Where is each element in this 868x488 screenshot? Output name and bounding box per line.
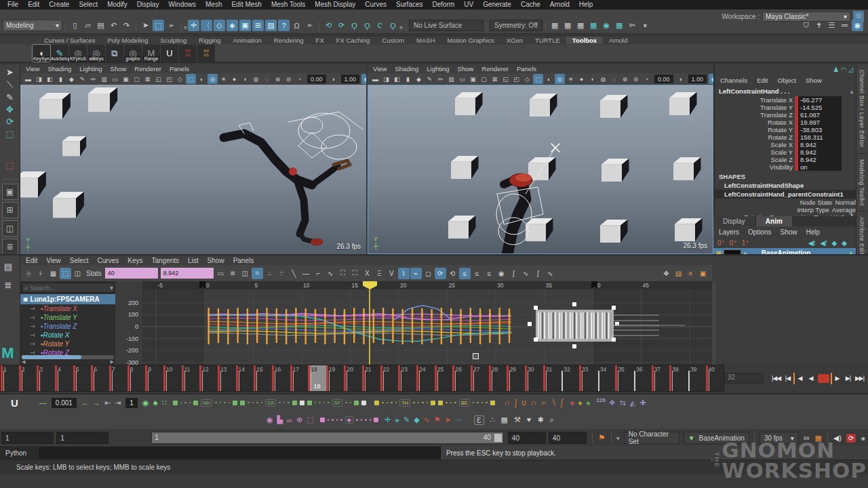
graph-time-ruler[interactable]: -5051015202530354045	[142, 281, 712, 289]
shape-node[interactable]: LeftConstraintHandShape	[715, 181, 856, 190]
vp1-view[interactable]: 26.3 fpsY┼	[20, 85, 366, 254]
insert-keys-icon[interactable]: ⊦	[35, 268, 47, 279]
menu-create[interactable]: Create	[44, 0, 74, 9]
frame-39[interactable]: 39	[688, 365, 706, 391]
slider-dot[interactable]	[486, 402, 488, 404]
layer-menu-layers[interactable]: Layers	[719, 228, 739, 236]
time-snap-icon[interactable]: ⌁	[410, 268, 422, 279]
tree-red-icon[interactable]: ♠	[570, 399, 574, 407]
menu-generate[interactable]: Generate	[478, 0, 516, 9]
menu-mesh-tools[interactable]: Mesh Tools	[267, 0, 310, 9]
menu-display[interactable]: Display	[132, 0, 164, 9]
run-up-icon[interactable]: ⚹	[861, 434, 865, 443]
curve-shape-icon[interactable]: ʊ	[521, 398, 526, 407]
shelf-tab-xgen[interactable]: XGen	[500, 37, 529, 44]
frame-5[interactable]: 5	[73, 365, 92, 391]
graph-camera-icon[interactable]: ▣	[697, 268, 709, 279]
frame-30[interactable]: 30	[525, 365, 543, 391]
shadows-icon[interactable]: ☀	[218, 74, 229, 84]
value-snap-icon[interactable]: ◻	[422, 268, 434, 279]
workspace-dropdown[interactable]: Maya Classic* ▾	[762, 12, 850, 22]
channelbox-menu-object[interactable]: Object	[778, 77, 796, 84]
frame-33[interactable]: 33	[579, 365, 597, 391]
slider-key-square-white[interactable]	[361, 401, 366, 405]
dots-arrow-icon[interactable]: ➤	[445, 415, 451, 424]
playback-end-field[interactable]: 32	[724, 373, 764, 384]
tree-root-item[interactable]: ▣ Luna1p:FPSCAMERA	[20, 294, 115, 304]
frame-29[interactable]: 29	[507, 365, 525, 391]
go-to-playback-end-button[interactable]: ▶▶|	[854, 373, 865, 384]
slider-dot[interactable]	[350, 402, 352, 404]
slider-dot[interactable]	[328, 419, 330, 421]
channel-mute-icon[interactable]: ⊣	[30, 323, 41, 329]
graph-menu-select[interactable]: Select	[70, 257, 89, 264]
stats-value-field[interactable]: 8.942	[161, 268, 214, 279]
frame-all-icon[interactable]: ▭	[215, 268, 226, 279]
search-tool-icon[interactable]: ⌕	[550, 415, 554, 425]
bookmark-icon[interactable]: ◨	[381, 74, 391, 84]
graph-menu-keys[interactable]: Keys	[127, 257, 142, 264]
save-scene-icon[interactable]: ▤	[95, 20, 106, 31]
step-forward-frame-button[interactable]: ▶|	[842, 373, 854, 384]
select-object-icon[interactable]: ➢	[165, 20, 177, 31]
slider-dot[interactable]	[395, 402, 397, 404]
curve-shape-icon[interactable]: ∖	[551, 398, 556, 407]
pick-icon[interactable]: ✏	[435, 74, 446, 84]
post-infinity-cycle-icon[interactable]: ⟲	[447, 268, 458, 279]
menu-file[interactable]: File	[3, 0, 23, 9]
undo-icon[interactable]: ↶	[108, 20, 119, 31]
curve-shape-icon[interactable]: ⌐	[541, 398, 546, 407]
fps-dropdown[interactable]: 30 fps ▾	[760, 432, 799, 444]
history-c-icon[interactable]: Ϙ	[387, 20, 399, 31]
channel-value[interactable]: 158.311	[798, 134, 842, 141]
lock-selection-icon[interactable]: Ω	[291, 20, 302, 31]
channelbox-menu-show[interactable]: Show	[806, 77, 822, 84]
slider-key-square[interactable]	[240, 401, 245, 405]
scale-tool-icon[interactable]: ⬚	[2, 129, 18, 139]
menu-curves[interactable]: Curves	[360, 0, 391, 9]
go-to-playback-start-button[interactable]: |◀◀	[770, 373, 782, 384]
wireframe-icon[interactable]: ◇	[522, 74, 532, 84]
lock-tangent-weight-icon[interactable]: ⌇	[398, 268, 410, 279]
layer-menu-show[interactable]: Show	[780, 228, 797, 236]
slider-label[interactable]: ◉	[345, 416, 354, 424]
menu-mesh[interactable]: Mesh	[201, 0, 226, 9]
menu-edit-mesh[interactable]: Edit Mesh	[226, 0, 266, 9]
frame-9[interactable]: 9	[145, 365, 163, 391]
channelbox-display-icons[interactable]: ♟ ◠ ◿	[715, 64, 856, 75]
layer-menu-help[interactable]: Help	[806, 228, 821, 236]
film-gate-icon[interactable]: ▭	[457, 74, 467, 84]
panel-menu-show[interactable]: Show	[458, 65, 474, 73]
chevron-down-icon[interactable]: ▾	[616, 434, 620, 442]
snap-mesh-icon[interactable]: ▨	[265, 20, 277, 31]
graph-menu-show[interactable]: Show	[208, 257, 224, 264]
film-gate-icon[interactable]: ▭	[110, 74, 120, 84]
textured-icon[interactable]: ◐	[197, 74, 207, 84]
slider-label[interactable]: SA	[265, 399, 276, 407]
next-key-icon[interactable]: →	[93, 399, 100, 407]
unify-tangents-icon[interactable]: Ξ	[374, 268, 385, 279]
anim-end-input[interactable]: 40	[549, 432, 587, 444]
scatter-keys-icon[interactable]: ∴	[490, 415, 495, 425]
pick-icon[interactable]: ✏	[88, 74, 98, 84]
panel-menu-show[interactable]: Show	[111, 65, 127, 73]
buffer-swap-icon[interactable]: ⛶	[349, 268, 361, 279]
frame-17[interactable]: 17	[290, 365, 309, 391]
extra-attr-value[interactable]: Normal	[835, 199, 856, 206]
panel-menu-lighting[interactable]: Lighting	[79, 65, 102, 73]
wireframe-icon[interactable]: ◇	[175, 74, 185, 84]
step-back-frame-button[interactable]: |◀	[782, 373, 793, 384]
redo-icon[interactable]: ↷	[121, 20, 132, 31]
open-render-view-icon[interactable]: ▦	[549, 20, 561, 31]
channel-value[interactable]: 19.897	[798, 119, 842, 126]
bookmark-icon[interactable]: ⚑	[598, 433, 606, 443]
channel-mute-icon[interactable]: ⊣	[30, 314, 41, 321]
notify-bell-icon[interactable]: ◉	[267, 415, 273, 424]
more-dots-icon[interactable]: ⋯	[455, 415, 462, 424]
frame-37[interactable]: 37	[652, 365, 670, 391]
create-layer-from-selected-icon[interactable]: 0⁺	[730, 239, 737, 247]
channel-value[interactable]: -38.803	[798, 126, 842, 134]
channel-row[interactable]: Rotate Y-38.803	[715, 126, 856, 134]
slider-dot[interactable]	[446, 402, 448, 404]
slider-dot[interactable]	[418, 402, 420, 404]
